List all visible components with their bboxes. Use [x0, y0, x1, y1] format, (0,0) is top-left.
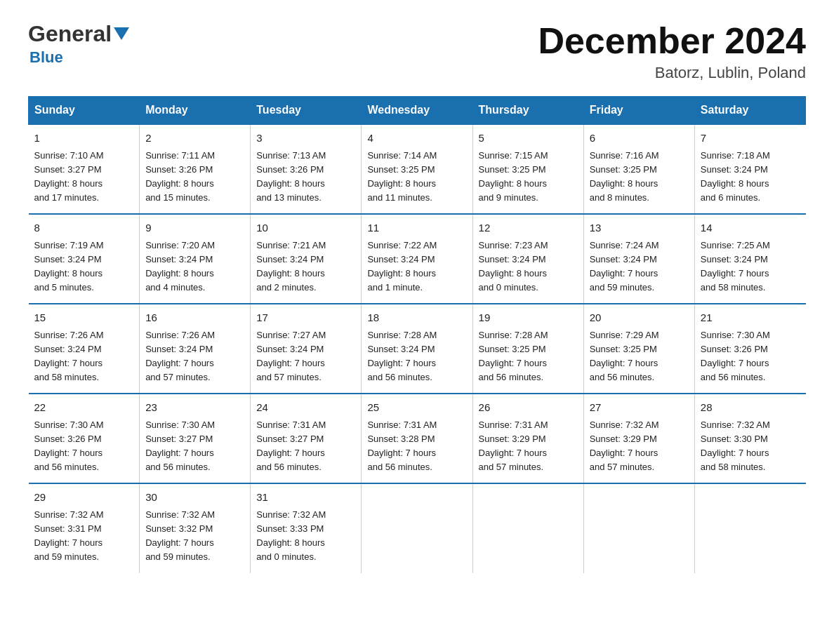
- day-number: 3: [256, 130, 355, 147]
- day-cell: 29Sunrise: 7:32 AMSunset: 3:31 PMDayligh…: [29, 483, 140, 572]
- day-cell: 18Sunrise: 7:28 AMSunset: 3:24 PMDayligh…: [362, 304, 472, 394]
- day-number: 17: [256, 310, 355, 326]
- day-info: Sunrise: 7:32 AMSunset: 3:31 PMDaylight:…: [34, 509, 104, 562]
- day-info: Sunrise: 7:30 AMSunset: 3:26 PMDaylight:…: [34, 420, 104, 472]
- day-info: Sunrise: 7:15 AMSunset: 3:25 PMDaylight:…: [479, 150, 548, 203]
- weekday-header-saturday: Saturday: [694, 97, 805, 125]
- day-cell: 11Sunrise: 7:22 AMSunset: 3:24 PMDayligh…: [362, 214, 472, 304]
- day-cell: 15Sunrise: 7:26 AMSunset: 3:24 PMDayligh…: [29, 304, 140, 394]
- day-number: 9: [145, 220, 244, 236]
- week-row-4: 22Sunrise: 7:30 AMSunset: 3:26 PMDayligh…: [29, 394, 806, 483]
- day-info: Sunrise: 7:13 AMSunset: 3:26 PMDaylight:…: [256, 150, 326, 203]
- day-cell: 10Sunrise: 7:21 AMSunset: 3:24 PMDayligh…: [251, 214, 362, 304]
- day-info: Sunrise: 7:32 AMSunset: 3:32 PMDaylight:…: [145, 509, 215, 562]
- day-number: 2: [145, 130, 244, 147]
- day-info: Sunrise: 7:30 AMSunset: 3:27 PMDaylight:…: [145, 420, 215, 472]
- day-info: Sunrise: 7:24 AMSunset: 3:24 PMDaylight:…: [590, 240, 659, 293]
- day-cell: 7Sunrise: 7:18 AMSunset: 3:24 PMDaylight…: [694, 124, 805, 214]
- day-cell: 6Sunrise: 7:16 AMSunset: 3:25 PMDaylight…: [583, 124, 694, 214]
- day-cell: 21Sunrise: 7:30 AMSunset: 3:26 PMDayligh…: [694, 304, 805, 394]
- day-cell: 8Sunrise: 7:19 AMSunset: 3:24 PMDaylight…: [29, 214, 140, 304]
- day-info: Sunrise: 7:14 AMSunset: 3:25 PMDaylight:…: [367, 150, 437, 203]
- day-info: Sunrise: 7:19 AMSunset: 3:24 PMDaylight:…: [34, 240, 104, 293]
- week-row-2: 8Sunrise: 7:19 AMSunset: 3:24 PMDaylight…: [29, 214, 806, 304]
- day-info: Sunrise: 7:26 AMSunset: 3:24 PMDaylight:…: [145, 330, 215, 382]
- day-number: 14: [701, 220, 800, 236]
- weekday-header-sunday: Sunday: [29, 97, 140, 125]
- day-number: 20: [590, 310, 689, 326]
- day-number: 22: [34, 400, 134, 416]
- day-cell: 24Sunrise: 7:31 AMSunset: 3:27 PMDayligh…: [251, 394, 362, 483]
- day-cell: [694, 483, 805, 572]
- day-info: Sunrise: 7:28 AMSunset: 3:25 PMDaylight:…: [479, 330, 548, 382]
- day-number: 15: [34, 310, 134, 326]
- day-cell: [472, 483, 583, 572]
- page-header: General Blue December 2024 Batorz, Lubli…: [28, 21, 806, 82]
- day-number: 12: [479, 220, 578, 236]
- day-cell: 30Sunrise: 7:32 AMSunset: 3:32 PMDayligh…: [140, 483, 251, 572]
- day-number: 8: [34, 220, 134, 236]
- svg-marker-0: [114, 27, 129, 40]
- day-cell: 20Sunrise: 7:29 AMSunset: 3:25 PMDayligh…: [583, 304, 694, 394]
- day-cell: [583, 483, 694, 572]
- day-number: 4: [367, 130, 466, 147]
- logo-icon: General: [28, 21, 129, 47]
- day-cell: 27Sunrise: 7:32 AMSunset: 3:29 PMDayligh…: [583, 394, 694, 483]
- day-cell: 17Sunrise: 7:27 AMSunset: 3:24 PMDayligh…: [251, 304, 362, 394]
- day-number: 11: [367, 220, 466, 236]
- location-text: Batorz, Lublin, Poland: [538, 64, 806, 82]
- day-number: 6: [590, 130, 689, 147]
- day-number: 23: [145, 400, 244, 416]
- day-number: 16: [145, 310, 244, 326]
- day-number: 19: [479, 310, 578, 326]
- week-row-5: 29Sunrise: 7:32 AMSunset: 3:31 PMDayligh…: [29, 483, 806, 572]
- weekday-header-row: SundayMondayTuesdayWednesdayThursdayFrid…: [29, 97, 806, 125]
- day-cell: [362, 483, 472, 572]
- day-number: 5: [479, 130, 578, 147]
- day-cell: 3Sunrise: 7:13 AMSunset: 3:26 PMDaylight…: [251, 124, 362, 214]
- day-info: Sunrise: 7:30 AMSunset: 3:26 PMDaylight:…: [701, 330, 770, 382]
- week-row-3: 15Sunrise: 7:26 AMSunset: 3:24 PMDayligh…: [29, 304, 806, 394]
- day-info: Sunrise: 7:32 AMSunset: 3:33 PMDaylight:…: [256, 509, 326, 562]
- logo: General Blue: [28, 21, 129, 67]
- day-info: Sunrise: 7:32 AMSunset: 3:30 PMDaylight:…: [701, 420, 770, 472]
- day-number: 10: [256, 220, 355, 236]
- day-cell: 5Sunrise: 7:15 AMSunset: 3:25 PMDaylight…: [472, 124, 583, 214]
- day-info: Sunrise: 7:23 AMSunset: 3:24 PMDaylight:…: [479, 240, 548, 293]
- calendar-table: SundayMondayTuesdayWednesdayThursdayFrid…: [28, 96, 806, 572]
- day-number: 25: [367, 400, 466, 416]
- day-info: Sunrise: 7:29 AMSunset: 3:25 PMDaylight:…: [590, 330, 659, 382]
- day-info: Sunrise: 7:31 AMSunset: 3:28 PMDaylight:…: [367, 420, 437, 472]
- day-cell: 13Sunrise: 7:24 AMSunset: 3:24 PMDayligh…: [583, 214, 694, 304]
- day-info: Sunrise: 7:25 AMSunset: 3:24 PMDaylight:…: [701, 240, 770, 293]
- week-row-1: 1Sunrise: 7:10 AMSunset: 3:27 PMDaylight…: [29, 124, 806, 214]
- day-cell: 9Sunrise: 7:20 AMSunset: 3:24 PMDaylight…: [140, 214, 251, 304]
- day-info: Sunrise: 7:11 AMSunset: 3:26 PMDaylight:…: [145, 150, 215, 203]
- day-number: 28: [701, 400, 800, 416]
- day-info: Sunrise: 7:31 AMSunset: 3:29 PMDaylight:…: [479, 420, 548, 472]
- logo-general-text: General: [28, 21, 112, 47]
- day-cell: 19Sunrise: 7:28 AMSunset: 3:25 PMDayligh…: [472, 304, 583, 394]
- month-title: December 2024: [538, 21, 806, 61]
- day-number: 31: [256, 490, 355, 506]
- day-cell: 26Sunrise: 7:31 AMSunset: 3:29 PMDayligh…: [472, 394, 583, 483]
- day-info: Sunrise: 7:21 AMSunset: 3:24 PMDaylight:…: [256, 240, 326, 293]
- day-info: Sunrise: 7:31 AMSunset: 3:27 PMDaylight:…: [256, 420, 326, 472]
- day-number: 21: [701, 310, 800, 326]
- day-info: Sunrise: 7:20 AMSunset: 3:24 PMDaylight:…: [145, 240, 215, 293]
- day-number: 29: [34, 490, 134, 506]
- day-info: Sunrise: 7:18 AMSunset: 3:24 PMDaylight:…: [701, 150, 770, 203]
- day-cell: 14Sunrise: 7:25 AMSunset: 3:24 PMDayligh…: [694, 214, 805, 304]
- day-cell: 31Sunrise: 7:32 AMSunset: 3:33 PMDayligh…: [251, 483, 362, 572]
- day-number: 26: [479, 400, 578, 416]
- day-number: 7: [701, 130, 800, 147]
- day-number: 27: [590, 400, 689, 416]
- day-number: 1: [34, 130, 134, 147]
- day-info: Sunrise: 7:16 AMSunset: 3:25 PMDaylight:…: [590, 150, 659, 203]
- day-cell: 23Sunrise: 7:30 AMSunset: 3:27 PMDayligh…: [140, 394, 251, 483]
- day-info: Sunrise: 7:10 AMSunset: 3:27 PMDaylight:…: [34, 150, 104, 203]
- day-number: 13: [590, 220, 689, 236]
- day-info: Sunrise: 7:27 AMSunset: 3:24 PMDaylight:…: [256, 330, 326, 382]
- logo-triangle-icon: [114, 27, 129, 43]
- day-cell: 22Sunrise: 7:30 AMSunset: 3:26 PMDayligh…: [29, 394, 140, 483]
